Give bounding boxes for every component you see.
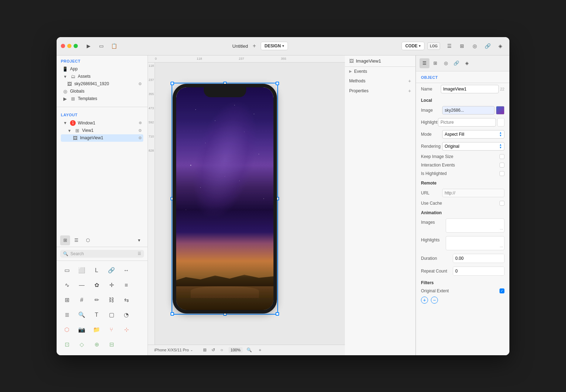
repeat-count-input[interactable] <box>453 267 504 275</box>
comp-search[interactable]: 🔍 <box>75 308 88 322</box>
comp-rect[interactable]: ▭ <box>60 264 74 277</box>
code-mode-button[interactable]: CODE ▾ <box>402 42 425 50</box>
comp-3d[interactable]: ⬡ <box>60 323 74 337</box>
methods-item[interactable]: Methods + <box>345 76 415 86</box>
name-input[interactable] <box>441 85 499 93</box>
properties-item[interactable]: Properties + <box>345 86 415 96</box>
sidebar-item-imageview[interactable]: 🖼 ImageView1 ⚙ <box>61 134 143 142</box>
link-icon[interactable]: 🔗 <box>483 41 492 51</box>
keep-image-size-checkbox[interactable] <box>499 154 504 159</box>
comp-pin-outline[interactable]: 📍 <box>90 353 103 355</box>
maximize-button[interactable] <box>74 44 78 48</box>
rp-link-icon[interactable]: 🔗 <box>451 58 461 68</box>
anim-highlights-content[interactable]: ··· <box>446 236 504 250</box>
imageview-action[interactable]: ⚙ <box>138 136 142 140</box>
zoom-search-icon[interactable]: 🔍 <box>246 346 253 354</box>
properties-add-icon[interactable]: + <box>408 88 411 94</box>
comp-line[interactable]: ↔ <box>120 264 133 277</box>
shield-icon[interactable]: ◈ <box>495 41 505 51</box>
anim-images-dots[interactable]: ··· <box>500 227 503 231</box>
highlight-input[interactable] <box>438 118 496 127</box>
duration-input[interactable] <box>453 254 504 263</box>
comp-lines[interactable]: ≡ <box>120 279 133 292</box>
phone-mockup[interactable] <box>173 84 277 314</box>
comp-pencil[interactable]: ✏ <box>90 293 103 307</box>
handle-bottom-right[interactable] <box>276 312 279 316</box>
methods-add-icon[interactable]: + <box>408 78 411 84</box>
log-button[interactable]: LOG <box>427 42 440 50</box>
comp-link[interactable]: 🔗 <box>105 264 118 277</box>
comp-folder[interactable]: 📁 <box>90 323 103 337</box>
search-list-icon[interactable]: ☰ <box>138 251 141 256</box>
calendar-button[interactable]: 📋 <box>109 41 119 51</box>
use-cache-checkbox[interactable] <box>499 201 504 206</box>
handle-top-right[interactable] <box>276 82 279 85</box>
original-extent-checkbox[interactable]: ✓ <box>499 288 504 293</box>
comp-tool-cube-icon[interactable]: ⬡ <box>83 235 93 245</box>
anim-images-content[interactable]: ··· <box>446 218 504 233</box>
comp-cross[interactable]: ✛ <box>105 279 118 292</box>
rendering-select[interactable]: Original ▲▼ <box>442 142 504 151</box>
sidebar-item-image-asset[interactable]: 🖼 sky2686941_1920 ⚙ <box>61 80 143 88</box>
rp-shield-icon[interactable]: ◈ <box>462 58 472 68</box>
sidebar-item-globals[interactable]: ◎ Globals <box>61 88 143 95</box>
comp-stack[interactable]: ⊞ <box>75 353 88 355</box>
comp-branch[interactable]: ⑂ <box>105 323 118 337</box>
view-action[interactable]: ⚙ <box>138 128 142 133</box>
comp-tool-chevron-icon[interactable]: ▾ <box>134 235 144 245</box>
comp-columns[interactable]: ⊟ <box>105 338 118 351</box>
canvas-content[interactable] <box>155 63 345 345</box>
image-name-button[interactable]: sky2686... <box>442 106 495 115</box>
frame-icon[interactable]: ⊞ <box>457 41 467 51</box>
comp-chain[interactable]: ⛓ <box>105 293 118 307</box>
interaction-events-checkbox[interactable] <box>499 163 504 168</box>
window-add-icon[interactable]: ⊕ <box>139 121 142 125</box>
comp-minus[interactable]: — <box>75 279 88 292</box>
comp-text[interactable]: T <box>90 308 103 322</box>
comp-resize[interactable]: ⊡ <box>60 338 74 351</box>
filter-remove-button[interactable]: − <box>431 297 438 304</box>
handle-top-left[interactable] <box>171 82 174 85</box>
is-highlighted-checkbox[interactable] <box>499 171 504 176</box>
minimize-button[interactable] <box>67 44 71 48</box>
comp-layers[interactable]: ⊛ <box>60 353 74 355</box>
comp-tool-list-icon[interactable]: ☰ <box>71 235 81 245</box>
rp-frame-icon[interactable]: ⊞ <box>430 58 440 68</box>
comp-target[interactable]: ⊕ <box>90 338 103 351</box>
filter-add-button[interactable]: + <box>421 297 428 304</box>
rp-circle-icon[interactable]: ◎ <box>441 58 451 68</box>
comp-pin-2[interactable]: 📌 <box>120 353 133 355</box>
circle-icon[interactable]: ○ <box>218 346 226 354</box>
fit-icon[interactable]: ⊞ <box>201 346 209 354</box>
sidebar-item-assets[interactable]: ▾ 🗂 Assets <box>61 73 143 80</box>
comp-nodes[interactable]: ⊹ <box>120 323 133 337</box>
image-thumbnail[interactable] <box>496 106 504 115</box>
sidebar-item-app[interactable]: 📱 App <box>61 65 143 73</box>
zoom-add-icon[interactable]: ＋ <box>256 346 264 354</box>
sidebar-item-templates[interactable]: ▶ ⊞ Templates <box>61 95 143 103</box>
mode-select[interactable]: Aspect Fill ▲▼ <box>442 130 504 139</box>
handle-bottom-left[interactable] <box>171 312 174 316</box>
comp-diamond[interactable]: ◇ <box>75 338 88 351</box>
comp-curve[interactable]: ∿ <box>60 279 74 292</box>
comp-table[interactable]: ⊞ <box>60 293 74 307</box>
device-button[interactable]: ▭ <box>96 41 106 51</box>
add-tab-button[interactable]: + <box>251 42 258 49</box>
shape-icon[interactable]: ◎ <box>470 41 480 51</box>
image-asset-action[interactable]: ⚙ <box>138 82 142 86</box>
anim-highlights-dots[interactable]: ··· <box>500 245 503 249</box>
comp-double-arrow[interactable]: ⇆ <box>120 293 133 307</box>
rotate-icon[interactable]: ↺ <box>209 346 217 354</box>
highlight-color-swatch[interactable] <box>497 118 504 127</box>
comp-dashed-rect[interactable]: ⬜ <box>75 264 88 277</box>
sidebar-item-window[interactable]: ▾ 1 Window1 ⊕ <box>61 119 143 127</box>
comp-label[interactable]: L <box>90 264 103 277</box>
comp-flower[interactable]: ✿ <box>90 279 103 292</box>
comp-pin-filled[interactable]: 📍 <box>105 353 118 355</box>
url-input[interactable] <box>442 189 504 197</box>
comp-tool-grid-icon[interactable]: ⊞ <box>60 235 70 245</box>
device-selector[interactable]: iPhone X/XS/11 Pro ⌄ <box>152 347 195 353</box>
design-mode-button[interactable]: DESIGN ▾ <box>261 42 288 50</box>
list-icon[interactable]: ☰ <box>444 41 454 51</box>
comp-box[interactable]: ▢ <box>105 308 118 322</box>
